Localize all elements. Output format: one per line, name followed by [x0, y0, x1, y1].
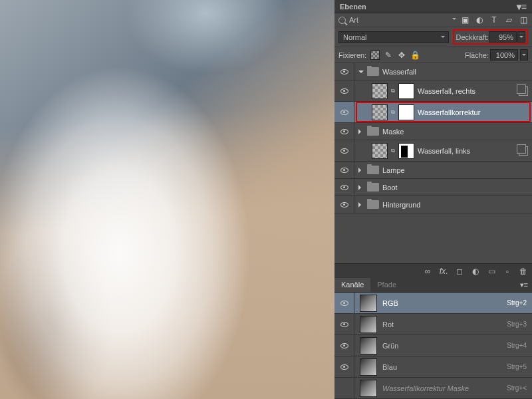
mask-thumbnail[interactable] [398, 104, 414, 120]
visibility-toggle[interactable] [334, 102, 354, 122]
layer-thumbnail[interactable] [372, 83, 388, 99]
disclosure-triangle[interactable] [358, 185, 364, 190]
disclosure-triangle[interactable] [358, 70, 364, 76]
filter-label: Art [349, 16, 358, 24]
channel-row[interactable]: BlauStrg+5 [334, 356, 532, 378]
visibility-toggle[interactable] [334, 123, 354, 140]
filter-pixel-icon[interactable]: ▣ [460, 15, 469, 25]
tab-channels[interactable]: Kanäle [334, 278, 370, 292]
layer-filter-kind[interactable]: Art [338, 16, 456, 24]
fx-icon[interactable]: fx. [439, 267, 448, 276]
adjustment-icon[interactable]: ◐ [471, 267, 480, 276]
visibility-toggle[interactable] [334, 80, 354, 101]
opacity-highlight: Deckkraft: 95% [453, 29, 528, 45]
lock-move-icon[interactable]: ✥ [397, 51, 406, 60]
filter-shape-icon[interactable]: ▱ [504, 15, 513, 25]
layer-thumbnail[interactable] [372, 143, 388, 159]
layer-name[interactable]: Wasserfall, rechts [418, 87, 515, 95]
layer-row[interactable]: Wasserfall [334, 63, 532, 80]
layer-name[interactable]: Boot [382, 184, 528, 192]
channel-row[interactable]: RGBStrg+2 [334, 293, 532, 314]
link-layers-icon[interactable]: ∞ [423, 267, 432, 276]
layer-name[interactable]: Wasserfall [382, 68, 528, 76]
add-mask-icon[interactable]: ◻ [455, 267, 464, 276]
visibility-toggle[interactable] [334, 179, 354, 196]
eye-icon [340, 322, 348, 327]
channel-shortcut: Strg+< [507, 384, 532, 392]
lock-label: Fixieren: [338, 51, 366, 59]
visibility-toggle[interactable] [334, 378, 354, 398]
channel-row[interactable]: RotStrg+3 [334, 314, 532, 335]
opacity-label: Deckkraft: [456, 33, 489, 41]
layer-filter-row: Art ▣ ◐ T ▱ ◫ [334, 13, 532, 27]
tab-paths[interactable]: Pfade [370, 278, 403, 292]
channel-thumbnail [360, 295, 377, 312]
visibility-toggle[interactable] [334, 293, 354, 313]
visibility-toggle[interactable] [334, 335, 354, 356]
eye-icon [340, 343, 348, 348]
layer-row[interactable]: ⧉Wasserfall, rechts [334, 80, 532, 102]
visibility-toggle[interactable] [334, 140, 354, 161]
lock-fill-row: Fixieren: ✎ ✥ 🔒 Fläche: 100% [334, 47, 532, 63]
layer-row[interactable]: Hintergrund [334, 196, 532, 213]
filter-adjust-icon[interactable]: ◐ [475, 15, 484, 25]
layer-name[interactable]: Hintergrund [382, 201, 528, 209]
disclosure-triangle[interactable] [358, 168, 364, 173]
fill-stepper[interactable] [520, 49, 528, 61]
visibility-toggle[interactable] [334, 356, 354, 377]
disclosure-triangle[interactable] [358, 202, 364, 207]
visibility-toggle[interactable] [334, 314, 354, 334]
lock-all-icon[interactable]: 🔒 [410, 51, 420, 60]
mask-thumbnail[interactable] [398, 143, 414, 159]
fill-input[interactable]: 100% [490, 49, 518, 61]
new-layer-icon[interactable]: ▫ [503, 267, 512, 276]
fill-label: Fläche: [465, 51, 489, 59]
layer-name[interactable]: Wasserfallkorrektur [418, 108, 528, 116]
blend-mode-select[interactable]: Normal [338, 31, 449, 43]
eye-icon [340, 129, 348, 134]
lock-brush-icon[interactable]: ✎ [384, 51, 393, 60]
layer-name[interactable]: Maske [382, 128, 528, 136]
trash-icon[interactable]: 🗑 [519, 267, 528, 276]
layer-row[interactable]: Boot [334, 179, 532, 196]
layer-row[interactable]: Maske [334, 123, 532, 140]
lock-transparent-icon[interactable] [370, 51, 380, 60]
layer-row[interactable]: Lampe [334, 162, 532, 179]
channel-shortcut: Strg+5 [507, 363, 532, 370]
layer-thumbnail[interactable] [372, 104, 388, 120]
channel-row[interactable]: Wasserfallkorrektur MaskeStrg+< [334, 378, 532, 399]
channel-row[interactable]: GrünStrg+4 [334, 335, 532, 356]
visibility-toggle[interactable] [334, 63, 354, 80]
layer-row[interactable]: ⧉Wasserfall, links [334, 140, 532, 162]
eye-icon [340, 301, 348, 306]
canvas-viewport[interactable] [0, 0, 334, 399]
opacity-input[interactable]: 95% [489, 31, 517, 43]
group-icon[interactable]: ▭ [487, 267, 496, 276]
filter-type-icon[interactable]: T [489, 15, 499, 25]
stack-icon[interactable] [519, 146, 528, 156]
channels-list: RGBStrg+2RotStrg+3GrünStrg+4BlauStrg+5Wa… [334, 293, 532, 399]
disclosure-triangle[interactable] [358, 129, 364, 134]
chain-icon[interactable]: ⧉ [391, 88, 395, 94]
layers-panel-header: Ebenen ▾≡ [334, 0, 532, 13]
eye-icon [340, 69, 348, 74]
chain-icon[interactable]: ⧉ [391, 148, 395, 154]
channel-thumbnail [360, 358, 377, 376]
channels-menu-icon[interactable]: ▾≡ [516, 278, 532, 292]
panel-menu-icon[interactable]: ▾≡ [517, 3, 527, 10]
layer-name[interactable]: Lampe [382, 166, 528, 174]
channel-name: Wasserfallkorrektur Maske [382, 384, 507, 392]
opacity-stepper[interactable] [517, 31, 525, 43]
layer-row[interactable]: ⧉Wasserfallkorrektur [334, 102, 532, 123]
filter-smart-icon[interactable]: ◫ [519, 15, 528, 25]
layers-footer: ∞ fx. ◻ ◐ ▭ ▫ 🗑 [334, 263, 532, 278]
mask-thumbnail[interactable] [398, 83, 414, 99]
channel-thumbnail [360, 337, 377, 354]
layers-list: Wasserfall⧉Wasserfall, rechts⧉Wasserfall… [334, 63, 532, 263]
visibility-toggle[interactable] [334, 162, 354, 178]
layer-name[interactable]: Wasserfall, links [418, 147, 515, 155]
stack-icon[interactable] [519, 86, 528, 96]
chain-icon[interactable]: ⧉ [391, 109, 395, 116]
visibility-toggle[interactable] [334, 196, 354, 213]
channel-thumbnail [360, 316, 377, 333]
